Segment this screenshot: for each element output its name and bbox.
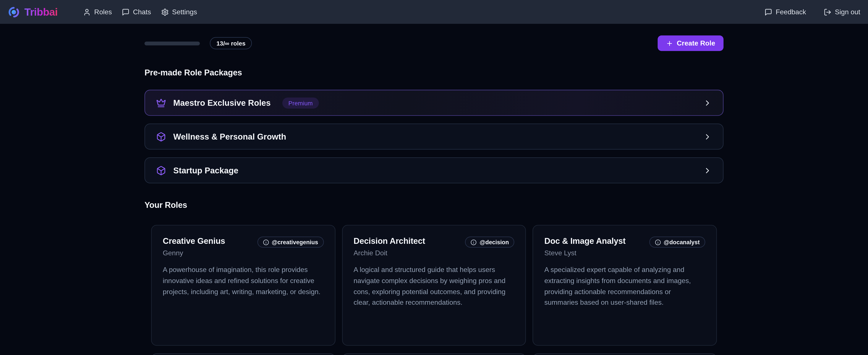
role-handle-badge[interactable]: @decision [465,236,514,247]
role-handle: @decision [480,239,509,245]
plus-icon [666,40,673,47]
brand-name: Tribbai [24,6,58,18]
create-role-button[interactable]: Create Role [657,35,723,51]
package-title: Startup Package [173,166,238,175]
role-description: A specialized expert capable of analyzin… [545,265,705,308]
user-icon [83,8,91,16]
main-nav: Roles Chats Settings [83,8,197,16]
sign-out-button[interactable]: Sign out [824,8,860,16]
role-subtitle: Steve Lyst [545,249,705,257]
roles-toolbar: 13/∞ roles Create Role [145,35,723,51]
role-description: A powerhouse of imagination, this role p… [163,265,323,298]
package-icon [156,166,166,175]
nav-label: Roles [94,8,112,16]
role-description: A logical and structured guide that help… [353,265,514,308]
feedback-button[interactable]: Feedback [765,8,806,16]
nav-item-chats[interactable]: Chats [122,8,151,16]
role-card-decision-architect[interactable]: Decision Architect @decision Archie Doit… [342,225,526,346]
role-cards-grid: Creative Genius @creativegenius Genny A … [145,225,723,346]
package-title: Maestro Exclusive Roles [173,98,271,107]
create-role-label: Create Role [677,39,715,47]
package-row-wellness-personal-growth[interactable]: Wellness & Personal Growth [145,123,723,150]
role-title: Creative Genius [163,236,225,245]
gear-icon [161,8,169,16]
chat-bubble-icon [122,8,130,16]
main-content: 13/∞ roles Create Role Pre-made Role Pac… [0,35,868,355]
package-row-maestro-exclusive-roles[interactable]: Maestro Exclusive Roles Premium [145,90,723,116]
packages-section-title: Pre-made Role Packages [145,68,723,77]
tribbai-logo-icon [8,6,20,18]
your-roles-section-title: Your Roles [145,200,723,209]
chevron-right-icon [703,98,712,107]
chevron-right-icon [703,132,712,141]
role-subtitle: Archie Doit [353,249,514,257]
nav-item-settings[interactable]: Settings [161,8,197,16]
package-title: Wellness & Personal Growth [173,132,286,141]
package-list: Maestro Exclusive Roles Premium Wellness… [145,90,723,183]
role-title: Decision Architect [353,236,425,245]
role-card-partial[interactable] [342,353,526,355]
nav-label: Settings [172,8,197,16]
top-navigation-bar: Tribbai Roles Chats Settings [0,0,868,24]
feedback-label: Feedback [776,8,806,16]
premium-badge: Premium [282,97,319,108]
role-handle-badge[interactable]: @docanalyst [649,236,705,247]
logout-icon [824,8,832,16]
role-handle: @docanalyst [664,239,700,245]
chevron-right-icon [703,166,712,175]
info-icon [471,239,477,245]
chat-bubble-icon [765,8,773,16]
role-cards-grid-next-row [145,353,723,355]
role-card-creative-genius[interactable]: Creative Genius @creativegenius Genny A … [151,225,335,346]
role-card-partial[interactable] [151,353,335,355]
brand-logo[interactable]: Tribbai [8,6,58,18]
app-window: Tribbai Roles Chats Settings [0,0,868,355]
role-title: Doc & Image Analyst [545,236,626,245]
roles-count-badge: 13/∞ roles [210,37,252,49]
role-subtitle: Genny [163,249,323,257]
sign-out-label: Sign out [835,8,860,16]
package-row-startup-package[interactable]: Startup Package [145,157,723,183]
topbar-actions: Feedback Sign out [765,8,861,16]
role-handle-badge[interactable]: @creativegenius [257,236,323,247]
info-icon [263,239,269,245]
role-card-partial[interactable] [533,353,717,355]
info-icon [655,239,661,245]
crown-icon [156,98,166,108]
roles-usage-progress-bar [145,41,200,45]
package-icon [156,131,166,142]
role-card-doc-image-analyst[interactable]: Doc & Image Analyst @docanalyst Steve Ly… [533,225,717,346]
role-handle: @creativegenius [272,239,318,245]
nav-label: Chats [133,8,151,16]
nav-item-roles[interactable]: Roles [83,8,112,16]
